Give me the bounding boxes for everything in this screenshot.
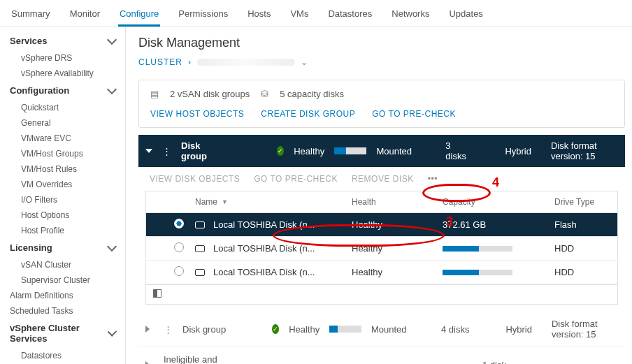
tab-configure[interactable]: Configure: [118, 4, 160, 27]
sidebar-item-general[interactable]: General: [0, 115, 125, 131]
sidebar-item-host-profile[interactable]: Host Profile: [0, 223, 125, 238]
disk-drive-type: HDD: [554, 243, 610, 254]
collapse-caret-icon[interactable]: [145, 149, 152, 153]
sidebar-item-vsphere-drs[interactable]: vSphere DRS: [0, 50, 125, 66]
sidebar-item-alarm-definitions[interactable]: Alarm Definitions: [0, 288, 125, 303]
sidebar-item-vsan-cluster[interactable]: vSAN Cluster: [0, 257, 125, 272]
chevron-down-icon: [107, 84, 117, 94]
sidebar-item-i-o-filters[interactable]: I/O Filters: [0, 192, 125, 208]
sidebar-section-configuration[interactable]: Configuration: [0, 81, 125, 100]
breadcrumb[interactable]: CLUSTER › ⌄: [138, 57, 625, 67]
primary-tabs: SummaryMonitorConfigurePermissionsHostsV…: [0, 0, 632, 27]
disk-name: Local TOSHIBA Disk (n...: [213, 243, 315, 254]
tab-permissions[interactable]: Permissions: [177, 4, 229, 27]
disk-capacity: [443, 267, 554, 277]
chevron-down-icon: [107, 241, 117, 251]
disk-health: Healthy: [352, 267, 443, 277]
group-disk-count: 4 disks: [441, 324, 471, 335]
health-ok-icon: ✓: [272, 324, 279, 334]
col-health[interactable]: Health: [352, 197, 443, 207]
row-radio[interactable]: [174, 219, 184, 228]
disk-group-icon: ▤: [150, 89, 159, 99]
flash-disk-icon: [195, 221, 205, 228]
action-create-disk-group[interactable]: CREATE DISK GROUP: [261, 109, 355, 119]
table-row[interactable]: Local TOSHIBA Disk (n...HealthyHDD: [146, 261, 617, 284]
group-health: Healthy: [289, 324, 319, 335]
capacity-disk-icon: ⛁: [261, 89, 268, 99]
table-row[interactable]: Local TOSHIBA Disk (n...HealthyHDD: [146, 237, 617, 261]
tab-networks[interactable]: Networks: [390, 4, 431, 27]
tab-hosts[interactable]: Hosts: [246, 4, 272, 27]
disk-group-row[interactable]: Ineligible and unclaimed1 disk: [138, 347, 625, 364]
crumb-cluster-label[interactable]: CLUSTER: [138, 57, 182, 67]
row-radio[interactable]: [174, 266, 184, 276]
hdd-disk-icon: [195, 269, 205, 276]
tab-vms[interactable]: VMs: [289, 4, 310, 27]
disk-group-header-expanded: ⋮ Disk group ✓ Healthy Mounted 3 disks H…: [138, 135, 625, 167]
col-capacity[interactable]: Capacity: [443, 197, 554, 207]
main-content: Disk Management CLUSTER › ⌄ ▤ 2 vSAN dis…: [126, 27, 632, 364]
disk-health: Healthy: [352, 243, 443, 254]
disk-group-type: Hybrid: [505, 146, 531, 156]
disk-health: Healthy: [352, 219, 443, 230]
disk-capacity: 372.61 GB: [443, 219, 554, 230]
action-view-host-objects[interactable]: VIEW HOST OBJECTS: [150, 109, 244, 119]
page-title: Disk Management: [138, 36, 625, 50]
more-actions-icon[interactable]: •••: [428, 174, 438, 184]
disk-group-toolbar: VIEW DISK OBJECTSGO TO PRE-CHECKREMOVE D…: [138, 167, 625, 191]
chevron-right-icon: ›: [188, 57, 192, 67]
disk-group-usage-bar: [334, 147, 366, 154]
tab-summary[interactable]: Summary: [10, 4, 52, 27]
col-drive[interactable]: Drive Type: [554, 197, 610, 207]
expand-caret-icon[interactable]: [145, 361, 150, 364]
sidebar-item-vm-overrides[interactable]: VM Overrides: [0, 177, 125, 192]
expand-caret-icon[interactable]: [145, 326, 150, 333]
chevron-down-icon: [107, 34, 117, 44]
more-actions-icon[interactable]: ⋮: [164, 324, 173, 335]
sidebar-item-supervisor-cluster[interactable]: Supervisor Cluster: [0, 272, 125, 288]
sidebar-item-host-options[interactable]: Host Options: [0, 208, 125, 223]
sidebar-section-services[interactable]: Services: [0, 31, 125, 50]
sidebar-item-vm-host-groups[interactable]: VM/Host Groups: [0, 146, 125, 161]
sidebar-section-vsphere-cluster-services[interactable]: vSphere Cluster Services: [0, 319, 125, 348]
action-go-to-pre-check[interactable]: GO TO PRE-CHECK: [372, 109, 456, 119]
toolbar-remove-disk[interactable]: REMOVE DISK: [352, 174, 414, 184]
sidebar-section-licensing[interactable]: Licensing: [0, 238, 125, 257]
config-sidebar: ServicesvSphere DRSvSphere AvailabilityC…: [0, 27, 126, 364]
sidebar-item-scheduled-tasks[interactable]: Scheduled Tasks: [0, 303, 125, 319]
disk-drive-type: Flash: [554, 219, 610, 230]
disk-name: Local TOSHIBA Disk (n...: [213, 267, 315, 277]
chevron-down-icon[interactable]: ⌄: [301, 57, 308, 67]
group-disk-count: 1 disk: [482, 360, 524, 365]
crumb-object-placeholder[interactable]: [197, 59, 295, 66]
toolbar-view-disk-objects[interactable]: VIEW DISK OBJECTS: [150, 174, 240, 184]
sidebar-item-vmware-evc[interactable]: VMware EVC: [0, 131, 125, 146]
hdd-disk-icon: [195, 245, 205, 252]
disk-group-health: Healthy: [294, 146, 324, 156]
summary-disk-groups: 2 vSAN disk groups: [170, 89, 250, 99]
sidebar-item-vm-host-rules[interactable]: VM/Host Rules: [0, 161, 125, 177]
col-name[interactable]: Name: [195, 197, 217, 207]
column-settings-icon[interactable]: [153, 289, 161, 298]
summary-capacity-disks: 5 capacity disks: [280, 89, 344, 99]
toolbar-go-to-pre-check[interactable]: GO TO PRE-CHECK: [254, 174, 338, 184]
table-footer: [146, 284, 617, 304]
tab-datastores[interactable]: Datastores: [326, 4, 373, 27]
sidebar-item-quickstart[interactable]: Quickstart: [0, 100, 125, 115]
group-label: Ineligible and unclaimed: [164, 354, 234, 364]
disk-group-disk-count: 3 disks: [445, 140, 466, 161]
tab-updates[interactable]: Updates: [447, 4, 484, 27]
sidebar-item-vsphere-availability[interactable]: vSphere Availability: [0, 66, 125, 81]
group-usage-bar: [329, 326, 361, 333]
sidebar-item-datastores[interactable]: Datastores: [0, 348, 125, 363]
sort-arrow-icon[interactable]: ▼: [222, 198, 228, 205]
summary-card: ▤ 2 vSAN disk groups ⛁ 5 capacity disks …: [138, 80, 625, 128]
row-radio[interactable]: [174, 242, 184, 252]
table-row[interactable]: Local TOSHIBA Disk (n...Healthy372.61 GB…: [146, 213, 617, 237]
more-actions-icon[interactable]: ⋮: [162, 146, 171, 156]
disk-group-row[interactable]: ⋮Disk group✓HealthyMounted4 disksHybridD…: [138, 312, 625, 347]
tab-monitor[interactable]: Monitor: [69, 4, 101, 27]
capacity-bar: [443, 270, 512, 275]
disk-group-state: Mounted: [376, 146, 412, 156]
disk-name: Local TOSHIBA Disk (n...: [213, 219, 315, 230]
